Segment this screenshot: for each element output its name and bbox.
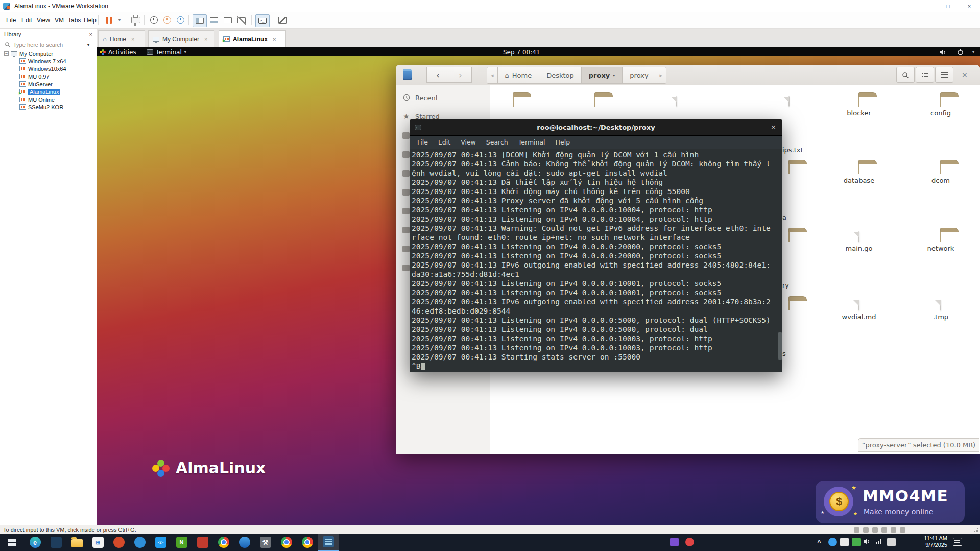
manage-snapshots-button[interactable] (174, 14, 186, 26)
start-button[interactable] (0, 534, 24, 551)
terminal-menu-search[interactable]: Search (482, 138, 513, 146)
suspend-vm-button[interactable] (102, 14, 115, 26)
free-stretch-button[interactable] (235, 14, 248, 26)
action-center-icon[interactable] (953, 538, 962, 546)
system-menu-caret-icon[interactable]: ▾ (972, 47, 974, 56)
path-segment-desktop[interactable]: Desktop (539, 67, 582, 83)
device-sound-icon[interactable] (891, 527, 896, 533)
power-options-caret[interactable]: ▾ (116, 14, 123, 26)
tree-item-vm[interactable]: Windows10x64 (0, 65, 97, 73)
tray-icon[interactable] (840, 538, 849, 546)
tab-my-computer[interactable]: My Computer × (148, 30, 214, 47)
view-toggle-button[interactable] (916, 67, 934, 83)
file-item-database[interactable]: database (828, 164, 890, 184)
file-item[interactable] (483, 97, 544, 106)
close-button[interactable]: × (959, 0, 980, 12)
revert-snapshot-button[interactable] (161, 14, 173, 26)
library-close-icon[interactable]: × (89, 31, 92, 37)
file-item[interactable] (564, 97, 626, 106)
tree-item-vm[interactable]: SSeMu2 KOR (0, 103, 97, 111)
taskbar-app-chrome[interactable] (213, 534, 234, 551)
menu-edit[interactable]: Edit (19, 12, 34, 29)
tab-close-icon[interactable]: × (131, 36, 134, 42)
taskbar-app-blue[interactable] (234, 534, 255, 551)
sidebar-item-recent[interactable]: Recent (396, 90, 490, 105)
tree-item-vm[interactable]: MU 0.97 (0, 73, 97, 80)
resize-grip[interactable] (974, 528, 979, 533)
file-item-ips-txt[interactable]: ips.txt (758, 97, 820, 106)
terminal-output[interactable]: 2025/09/07 00:41:13 [DCOM] Khởi động quả… (410, 149, 782, 372)
device-hdd-icon[interactable] (854, 527, 859, 533)
show-thumbnail-bar-button[interactable] (207, 14, 221, 26)
device-cd-icon[interactable] (863, 527, 869, 533)
taskbar-app-notepadpp[interactable]: N (171, 534, 192, 551)
show-desktop-button[interactable] (976, 534, 976, 551)
topbar-clock[interactable]: Sep 7 00:41 (503, 47, 540, 56)
tab-home[interactable]: ⌂ Home × (98, 30, 145, 47)
tab-alamalinux[interactable]: ▶ AlamaLinux × (219, 30, 286, 47)
path-segment-proxy-current[interactable]: proxy ▾ (582, 67, 623, 83)
path-scroll-left-icon[interactable]: ◂ (487, 67, 498, 83)
take-snapshot-button[interactable] (148, 14, 160, 26)
tree-expander-icon[interactable]: − (4, 51, 9, 56)
menu-help[interactable]: Help (82, 12, 99, 29)
path-scroll-right-icon[interactable]: ▸ (656, 67, 666, 83)
tray-volume-icon[interactable] (864, 538, 872, 546)
terminal-menu-help[interactable]: Help (551, 138, 575, 146)
menu-tabs[interactable]: Tabs (66, 12, 83, 29)
file-item[interactable] (646, 97, 707, 106)
path-segment-proxy[interactable]: proxy (623, 67, 656, 83)
file-item-main-go[interactable]: main.go (828, 232, 890, 252)
maximize-button[interactable]: □ (937, 0, 959, 12)
terminal-titlebar[interactable]: › roo@localhost:~/Desktop/proxy × (410, 119, 782, 136)
taskbar-app-chrome[interactable] (276, 534, 297, 551)
taskbar-app-vmware-active[interactable] (318, 534, 339, 551)
taskbar-file-explorer[interactable] (66, 534, 87, 551)
tray-icon[interactable] (887, 538, 896, 546)
taskbar-app-tools[interactable]: ⚒ (255, 534, 276, 551)
tray-network-icon[interactable] (875, 538, 884, 546)
minimize-button[interactable]: — (916, 0, 937, 12)
tree-item-vm[interactable]: Windows 7 x64 (0, 57, 97, 65)
library-search-input[interactable] (12, 41, 87, 49)
tray-show-hidden-icons[interactable]: ^ (813, 534, 825, 551)
file-item-config[interactable]: config (910, 97, 971, 117)
terminal-menu-file[interactable]: File (413, 138, 433, 146)
file-item-dcom[interactable]: dcom (910, 164, 971, 184)
app-menu-terminal[interactable]: › Terminal ▾ (147, 47, 186, 56)
taskbar-app-dark[interactable] (45, 534, 66, 551)
device-network-icon[interactable] (872, 527, 878, 533)
forward-button[interactable]: › (449, 67, 472, 83)
tree-item-vm[interactable]: MU Online (0, 95, 97, 103)
taskbar-app-edge[interactable]: e (25, 534, 45, 551)
taskbar-app-red[interactable] (192, 534, 213, 551)
terminal-menu-view[interactable]: View (456, 138, 481, 146)
menu-file[interactable]: File (4, 12, 18, 29)
files-close-icon[interactable]: × (962, 70, 968, 79)
path-segment-home[interactable]: ⌂ Home (498, 67, 540, 83)
terminal-menu-terminal[interactable]: Terminal (514, 138, 550, 146)
tab-close-icon[interactable]: × (273, 36, 276, 42)
tab-close-icon[interactable]: × (204, 36, 207, 42)
tray-shield-icon[interactable] (852, 538, 861, 546)
device-printer-icon[interactable] (900, 527, 905, 533)
file-item-blocker[interactable]: blocker (828, 97, 890, 117)
back-button[interactable]: ‹ (426, 67, 449, 83)
search-button[interactable] (896, 67, 915, 83)
send-ctrl-alt-del-button[interactable] (130, 14, 142, 26)
unity-mode-button[interactable] (221, 14, 234, 26)
terminal-scrollbar-thumb[interactable] (778, 332, 782, 360)
device-usb-icon[interactable] (881, 527, 887, 533)
power-icon[interactable] (957, 47, 964, 56)
menu-view[interactable]: View (35, 12, 52, 29)
show-library-button[interactable] (193, 14, 207, 27)
tree-item-my-computer[interactable]: − My Computer (0, 50, 97, 57)
file-item-network[interactable]: network (910, 232, 971, 252)
taskbar-app-mail[interactable] (108, 534, 129, 551)
file-item-tmp[interactable]: .tmp (910, 300, 971, 321)
tree-item-vm[interactable]: MuServer (0, 80, 97, 88)
taskbar-app-vscode[interactable]: </> (150, 534, 171, 551)
file-item-wvdial-md[interactable]: wvdial.md (828, 300, 890, 321)
tree-item-vm-selected[interactable]: ▶AlamaLinux (0, 88, 97, 95)
search-filter-caret-icon[interactable]: ▾ (87, 43, 89, 47)
